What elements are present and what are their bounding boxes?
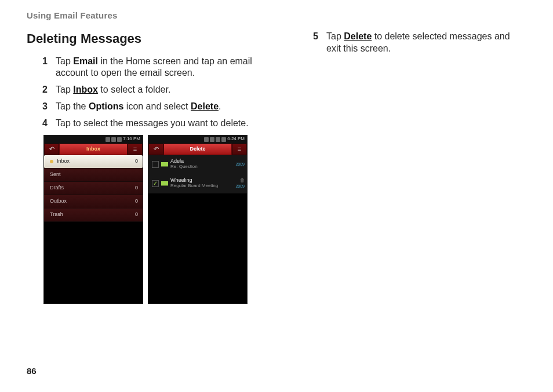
page-title: Deleting Messages <box>27 31 256 47</box>
message-meta: 🗑2009 <box>235 178 245 189</box>
step-text: Tap Email in the Home screen and tap an … <box>56 56 256 80</box>
message-row[interactable]: ✓WheelingRegular Board Meeting🗑2009 <box>148 174 247 193</box>
checkbox[interactable] <box>152 161 159 168</box>
step-item: 2Tap Inbox to select a folder. <box>27 84 256 96</box>
folder-count: 0 <box>135 185 138 192</box>
signal-icon <box>111 137 116 142</box>
status-bar: 7:16 PM <box>44 135 143 144</box>
section-header: Using Email Features <box>27 10 526 20</box>
menu-button[interactable]: ≡ <box>128 144 143 155</box>
status-icon <box>105 137 110 142</box>
topbar-title: Delete <box>163 144 232 155</box>
step-item: 4Tap to select the messages you want to … <box>27 118 256 130</box>
topbar-title: Inbox <box>59 144 128 155</box>
step-text: Tap the Options icon and select Delete. <box>56 101 256 113</box>
message-meta: 2009 <box>235 162 245 167</box>
message-subject: Re: Question <box>170 164 235 170</box>
folder-name: Inbox <box>57 158 70 165</box>
folder-row[interactable]: Drafts0 <box>44 182 143 195</box>
screen-fill <box>148 193 247 303</box>
folder-count: 0 <box>135 158 138 165</box>
step-text: Tap to select the messages you want to d… <box>56 118 256 130</box>
left-column: Deleting Messages 1Tap Email in the Home… <box>27 31 256 303</box>
folder-count: 0 <box>135 211 138 218</box>
envelope-icon <box>161 181 168 186</box>
message-list: AdelaRe: Question2009✓WheelingRegular Bo… <box>148 155 247 193</box>
status-icon <box>210 137 214 142</box>
step-item: 1Tap Email in the Home screen and tap an… <box>27 56 256 80</box>
step-text: Tap Inbox to select a folder. <box>56 84 256 96</box>
message-body: AdelaRe: Question <box>170 159 235 170</box>
menu-button[interactable]: ≡ <box>232 144 247 155</box>
page-number: 86 <box>27 366 37 376</box>
signal-icon <box>216 137 220 142</box>
status-time: 7:16 PM <box>123 136 140 142</box>
screenshot-delete-messages: 6:24 PM ↶ Delete ≡ AdelaRe: Question2009… <box>148 135 247 303</box>
message-year: 2009 <box>235 162 245 167</box>
checkbox[interactable]: ✓ <box>152 180 159 187</box>
folder-name: Outbox <box>50 198 67 205</box>
step-number: 3 <box>27 101 56 113</box>
status-time: 6:24 PM <box>227 136 245 142</box>
step-number: 5 <box>297 31 326 55</box>
step-item: 3Tap the Options icon and select Delete. <box>27 101 256 113</box>
status-bar: 6:24 PM <box>148 135 247 144</box>
screenshots-row: 7:16 PM ↶ Inbox ≡ Inbox0SentDrafts0Outbo… <box>44 135 256 303</box>
folder-row[interactable]: Sent <box>44 168 143 182</box>
right-column: 5Tap Delete to delete selected messages … <box>297 31 526 303</box>
steps-list-right: 5Tap Delete to delete selected messages … <box>297 31 526 55</box>
unread-dot-icon <box>50 160 53 163</box>
screenshot-inbox-folders: 7:16 PM ↶ Inbox ≡ Inbox0SentDrafts0Outbo… <box>44 135 143 303</box>
folder-name: Trash <box>50 211 63 218</box>
folder-row[interactable]: Trash0 <box>44 208 143 222</box>
screen-fill <box>44 222 143 303</box>
battery-icon <box>117 137 122 142</box>
folder-row[interactable]: Outbox0 <box>44 195 143 208</box>
battery-icon <box>221 137 226 142</box>
folder-count: 0 <box>135 198 138 205</box>
status-icon <box>204 137 209 142</box>
back-button[interactable]: ↶ <box>148 144 163 155</box>
message-year: 2009 <box>235 184 245 189</box>
folder-row[interactable]: Inbox0 <box>44 155 143 168</box>
message-subject: Regular Board Meeting <box>170 184 235 189</box>
step-number: 4 <box>27 118 56 130</box>
message-body: WheelingRegular Board Meeting <box>170 178 235 189</box>
back-button[interactable]: ↶ <box>44 144 59 155</box>
step-text: Tap Delete to delete selected messages a… <box>326 31 526 55</box>
step-item: 5Tap Delete to delete selected messages … <box>297 31 526 55</box>
step-number: 1 <box>27 56 56 80</box>
folder-list: Inbox0SentDrafts0Outbox0Trash0 <box>44 155 143 222</box>
steps-list-left: 1Tap Email in the Home screen and tap an… <box>27 56 256 130</box>
envelope-icon <box>161 162 168 167</box>
step-number: 2 <box>27 84 56 96</box>
trash-icon: 🗑 <box>240 178 245 184</box>
folder-name: Drafts <box>50 185 64 192</box>
folder-name: Sent <box>50 171 61 178</box>
message-row[interactable]: AdelaRe: Question2009 <box>148 155 247 174</box>
